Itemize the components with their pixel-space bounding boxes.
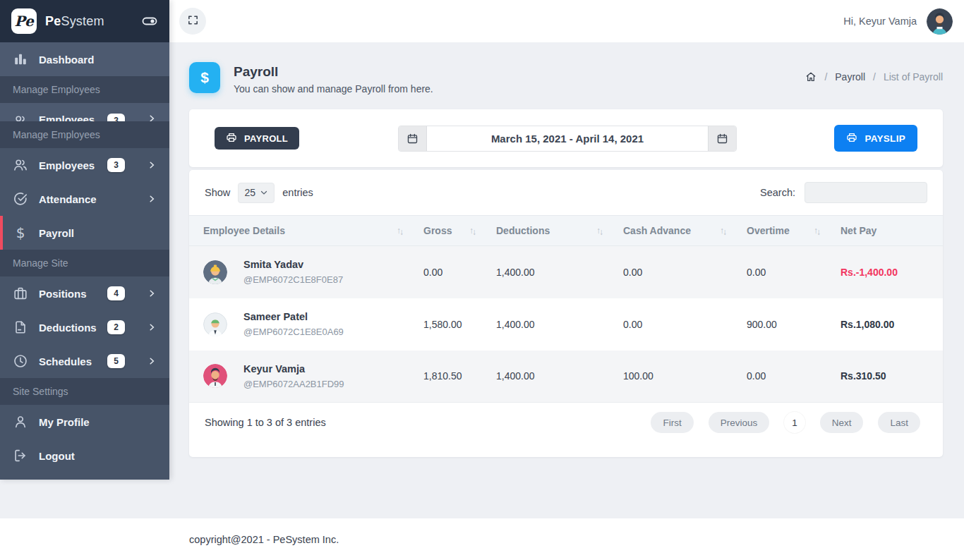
cash-advance-value: 0.00: [609, 298, 733, 351]
user-greeting: Hi, Keyur Vamja: [843, 16, 917, 27]
sidebar-item-positions[interactable]: Positions 4: [0, 276, 169, 310]
sidebar-item-logout[interactable]: Logout: [0, 439, 169, 473]
header-net-pay[interactable]: Net Pay: [826, 216, 943, 246]
sidebar-item-label: Schedules: [39, 355, 97, 367]
logout-icon: [13, 448, 28, 463]
count-badge: 3: [107, 114, 125, 121]
sidebar-item-schedules[interactable]: Schedules 5: [0, 344, 169, 378]
count-badge: 2: [107, 320, 125, 334]
count-badge: 5: [107, 354, 125, 368]
employee-id: @EMP6072C1E8E0A69: [243, 327, 344, 337]
net-pay-value: Rs.310.50: [826, 351, 943, 403]
pagination-next-button[interactable]: Next: [820, 412, 864, 433]
employee-meta: Keyur Vamja @EMP6072AA2B1FD99: [243, 363, 344, 389]
sidebar-item-label: Employees: [39, 114, 97, 121]
employee-avatar: [203, 312, 227, 336]
pagination-row: Showing 1 to 3 of 3 entries First Previo…: [189, 403, 943, 458]
pagination-previous-button[interactable]: Previous: [709, 412, 770, 433]
print-payroll-button[interactable]: PAYROLL: [215, 127, 299, 150]
chevron-right-icon: [147, 322, 157, 332]
breadcrumb-separator: /: [824, 71, 827, 83]
sidebar-section-manage-site: Manage Site: [0, 250, 169, 276]
employee-id: @EMP6072C1E8F0E87: [243, 274, 343, 285]
pagination-page-1-button[interactable]: 1: [784, 412, 805, 433]
dollar-icon: $: [13, 225, 28, 241]
print-payslip-button[interactable]: PAYSLIP: [834, 125, 917, 152]
search-area: Search:: [760, 182, 927, 203]
search-label: Search:: [760, 187, 795, 198]
pagination: First Previous 1 Next Last: [636, 412, 920, 433]
fullscreen-icon: [187, 14, 199, 29]
calendar-icon-left[interactable]: [399, 126, 427, 151]
header-employee-details[interactable]: Employee Details↑↓: [189, 216, 409, 246]
date-range-input[interactable]: March 15, 2021 - April 14, 2021: [427, 126, 708, 151]
sidebar-menu: Dashboard Manage Employees Employees 3 M…: [0, 42, 169, 473]
user-avatar[interactable]: [927, 8, 953, 35]
table-row-smita-yadav[interactable]: Smita Yadav @EMP6072C1E8F0E87 0.00 1,400…: [189, 246, 943, 298]
breadcrumb-payroll[interactable]: Payroll: [835, 71, 865, 83]
copyright-text: copyright@2021 - PeSystem Inc.: [189, 534, 339, 545]
sidebar-item-my-profile[interactable]: My Profile: [0, 405, 169, 439]
calendar-icon-right[interactable]: [708, 126, 736, 151]
search-input[interactable]: [805, 182, 927, 203]
home-icon[interactable]: [805, 71, 817, 83]
payroll-page-icon: $: [189, 62, 220, 93]
chevron-right-icon: [147, 160, 157, 170]
overtime-value: 0.00: [733, 246, 826, 298]
employee-name: Keyur Vamja: [243, 363, 344, 375]
table-header-row: Employee Details↑↓ Gross↑↓ Deductions↑↓ …: [189, 216, 943, 246]
employee-meta: Sameer Patel @EMP6072C1E8E0A69: [243, 311, 344, 337]
overtime-value: 900.00: [733, 298, 826, 351]
sidebar-item-label: Attendance: [39, 193, 136, 205]
employee-id: @EMP6072AA2B1FD99: [243, 379, 344, 389]
header-overtime[interactable]: Overtime↑↓: [733, 216, 826, 246]
sort-icon[interactable]: ↑↓: [814, 226, 821, 236]
sidebar-item-attendance[interactable]: Attendance: [0, 182, 169, 216]
sort-icon[interactable]: ↑↓: [720, 226, 727, 236]
table-row-sameer-patel[interactable]: Sameer Patel @EMP6072C1E8E0A69 1,580.00 …: [189, 298, 943, 351]
fullscreen-button[interactable]: [179, 8, 206, 35]
printer-icon: [226, 132, 237, 145]
people-icon: [13, 157, 28, 173]
sidebar-item-payroll[interactable]: $ Payroll: [0, 216, 169, 250]
net-pay-value: Rs.1,080.00: [826, 298, 943, 351]
overtime-value: 0.00: [733, 351, 826, 403]
sidebar-section-manage-employees-2: Manage Employees: [0, 121, 169, 148]
pagination-last-button[interactable]: Last: [878, 412, 920, 433]
sort-icon[interactable]: ↑↓: [469, 226, 476, 236]
header-deductions[interactable]: Deductions↑↓: [482, 216, 609, 246]
chevron-right-icon: [147, 356, 157, 366]
count-badge: 4: [107, 286, 125, 300]
table-controls: Show 25 entries Search:: [189, 170, 943, 215]
breadcrumb: / Payroll / List of Payroll: [805, 62, 943, 83]
header-cash-advance[interactable]: Cash Advance↑↓: [609, 216, 733, 246]
sidebar-item-dashboard[interactable]: Dashboard: [0, 42, 169, 76]
deductions-value: 1,400.00: [482, 246, 609, 298]
table-row-keyur-vamja[interactable]: Keyur Vamja @EMP6072AA2B1FD99 1,810.50 1…: [189, 351, 943, 403]
payroll-table: Employee Details↑↓ Gross↑↓ Deductions↑↓ …: [189, 215, 943, 403]
sidebar-item-label: Positions: [39, 288, 97, 300]
employee-name: Sameer Patel: [243, 311, 344, 322]
header-gross[interactable]: Gross↑↓: [409, 216, 482, 246]
check-circle-icon: [13, 191, 28, 207]
gross-value: 1,810.50: [409, 351, 482, 403]
pagination-info: Showing 1 to 3 of 3 entries: [205, 417, 326, 428]
page-size-select[interactable]: 25: [238, 183, 275, 203]
sidebar-item-employees[interactable]: Employees 3: [0, 148, 169, 182]
file-minus-icon: [13, 319, 28, 335]
sidebar-item-label: Deductions: [39, 322, 97, 334]
sidebar: Pe PeSystem Dashboard Manage Employees E: [0, 0, 169, 480]
sidebar-item-label: Dashboard: [39, 54, 157, 66]
sidebar-collapse-toggle-icon[interactable]: [141, 13, 158, 30]
footer: copyright@2021 - PeSystem Inc.: [0, 518, 964, 560]
page-titles: Payroll You can show and manage Payroll …: [234, 62, 433, 95]
sidebar-item-label: Payroll: [39, 227, 157, 239]
sidebar-logo-bar: Pe PeSystem: [0, 0, 169, 42]
sort-icon[interactable]: ↑↓: [596, 226, 603, 236]
sidebar-item-deductions[interactable]: Deductions 2: [0, 310, 169, 344]
sort-icon[interactable]: ↑↓: [397, 226, 404, 236]
pagination-first-button[interactable]: First: [651, 412, 693, 433]
topbar: Hi, Keyur Vamja: [169, 0, 964, 42]
sidebar-item-employees-partial[interactable]: Employees 3: [0, 103, 169, 121]
cash-advance-value: 0.00: [609, 246, 733, 298]
